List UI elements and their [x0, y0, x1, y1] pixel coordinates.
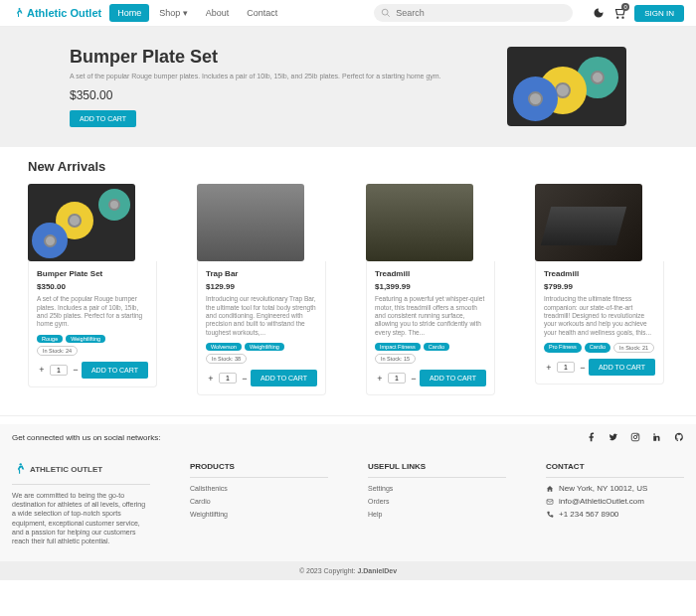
- footer-brand: ATHLETIC OUTLET: [12, 462, 150, 476]
- stock-badge: In Stock: 38: [206, 354, 247, 364]
- footer-link[interactable]: Orders: [368, 497, 506, 506]
- svg-point-0: [19, 8, 21, 10]
- product-image[interactable]: [28, 184, 135, 261]
- runner-icon: [12, 7, 24, 19]
- nav-contact[interactable]: Contact: [239, 4, 285, 22]
- qty-minus[interactable]: −: [409, 374, 419, 384]
- qty-input[interactable]: [219, 373, 237, 384]
- product-image[interactable]: [197, 184, 304, 261]
- linkedin-icon[interactable]: [652, 432, 662, 442]
- nav-home[interactable]: Home: [109, 4, 149, 22]
- hero-desc: A set of the popular Rouge bumper plates…: [70, 72, 477, 80]
- product-card: Treadmill $1,399.99 Featuring a powerful…: [366, 184, 495, 395]
- phone-icon: [546, 511, 554, 519]
- main-nav: Home Shop ▾ About Contact: [109, 4, 285, 22]
- search-wrap: [374, 4, 573, 22]
- stock-badge: In Stock: 15: [375, 354, 416, 364]
- search-icon: [381, 8, 391, 18]
- product-description: Introducing our revolutionary Trap Bar, …: [206, 295, 317, 337]
- qty-minus[interactable]: −: [71, 365, 81, 375]
- cart-button[interactable]: 0: [612, 6, 626, 20]
- add-to-cart-button[interactable]: ADD TO CART: [589, 359, 655, 376]
- tag: Pro Fitness: [544, 343, 582, 353]
- product-description: A set of the popular Rouge bumper plates…: [37, 295, 148, 329]
- mail-icon: [546, 498, 554, 506]
- hero-image: [507, 47, 626, 126]
- footer-products: PRODUCTS Calisthenics Cardio Weightlifti…: [190, 462, 328, 549]
- product-name: Treadmill: [544, 269, 655, 278]
- qty-input[interactable]: [388, 373, 406, 384]
- header: Athletic Outlet Home Shop ▾ About Contac…: [0, 0, 696, 27]
- quantity-stepper: + −: [37, 365, 81, 376]
- product-tags: Pro Fitness Cardio In Stock: 21: [544, 343, 655, 353]
- twitter-icon[interactable]: [609, 432, 618, 442]
- svg-point-9: [20, 463, 22, 465]
- product-image[interactable]: [535, 184, 642, 261]
- signin-button[interactable]: SIGN IN: [634, 5, 684, 22]
- brand-logo[interactable]: Athletic Outlet: [12, 7, 101, 19]
- qty-input[interactable]: [557, 362, 575, 373]
- new-arrivals-section: New Arrivals Bumper Plate Set $350.00 A …: [0, 147, 696, 407]
- product-price: $350.00: [37, 282, 148, 291]
- instagram-icon[interactable]: [630, 432, 640, 442]
- product-card: Trap Bar $129.99 Introducing our revolut…: [197, 184, 326, 395]
- chevron-down-icon: ▾: [183, 8, 188, 18]
- add-to-cart-button[interactable]: ADD TO CART: [251, 370, 317, 386]
- add-to-cart-button[interactable]: ADD TO CART: [420, 370, 486, 386]
- qty-plus[interactable]: +: [206, 374, 216, 384]
- divider: [0, 415, 696, 416]
- tag: Cardio: [424, 343, 449, 351]
- footer: ATHLETIC OUTLET We are committed to bein…: [0, 450, 696, 561]
- tag: Cardio: [585, 343, 610, 353]
- footer-about-text: We are committed to being the go-to dest…: [12, 491, 150, 545]
- github-icon[interactable]: [674, 432, 684, 442]
- footer-link[interactable]: Calisthenics: [190, 484, 328, 493]
- cart-badge: 0: [621, 3, 629, 11]
- brand-text: Athletic Outlet: [27, 7, 101, 19]
- search-input[interactable]: [374, 4, 573, 22]
- nav-about[interactable]: About: [198, 4, 238, 22]
- product-price: $799.99: [544, 282, 655, 291]
- product-price: $129.99: [206, 282, 317, 291]
- stock-badge: In Stock: 24: [37, 346, 78, 356]
- tag: Rouge: [37, 335, 63, 343]
- hero-title: Bumper Plate Set: [70, 47, 477, 68]
- dark-mode-toggle[interactable]: [593, 7, 605, 19]
- qty-plus[interactable]: +: [375, 374, 385, 384]
- add-to-cart-button[interactable]: ADD TO CART: [82, 362, 148, 379]
- product-tags: Wolverson Weightlifting In Stock: 38: [206, 343, 317, 364]
- copyright: © 2023 Copyright: J.DanielDev: [0, 561, 696, 580]
- footer-link[interactable]: Settings: [368, 484, 506, 493]
- tag: Weightlifting: [245, 343, 284, 351]
- qty-input[interactable]: [50, 365, 68, 376]
- quantity-stepper: + −: [544, 362, 588, 373]
- stock-badge: In Stock: 21: [613, 343, 654, 353]
- product-name: Trap Bar: [206, 269, 317, 278]
- product-card: Bumper Plate Set $350.00 A set of the po…: [28, 184, 157, 395]
- footer-link[interactable]: Cardio: [190, 497, 328, 506]
- hero-add-to-cart[interactable]: ADD TO CART: [70, 110, 136, 127]
- footer-link[interactable]: Help: [368, 510, 506, 519]
- svg-point-1: [382, 9, 388, 15]
- qty-plus[interactable]: +: [544, 363, 554, 373]
- footer-about: ATHLETIC OUTLET We are committed to bein…: [12, 462, 150, 549]
- hero-price: $350.00: [70, 88, 477, 102]
- product-tags: Impact Fitness Cardio In Stock: 15: [375, 343, 486, 364]
- qty-minus[interactable]: −: [578, 363, 588, 373]
- nav-shop[interactable]: Shop ▾: [151, 4, 196, 22]
- tag: Weightlifting: [66, 335, 105, 343]
- quantity-stepper: + −: [375, 373, 419, 384]
- qty-plus[interactable]: +: [37, 365, 47, 375]
- quantity-stepper: + −: [206, 373, 250, 384]
- footer-link[interactable]: Weightlifting: [190, 510, 328, 519]
- tag: Wolverson: [206, 343, 242, 351]
- qty-minus[interactable]: −: [240, 374, 250, 384]
- social-bar: Get connected with us on social networks…: [0, 424, 696, 450]
- product-grid: Bumper Plate Set $350.00 A set of the po…: [28, 184, 668, 395]
- product-tags: Rouge Weightlifting In Stock: 24: [37, 335, 148, 356]
- facebook-icon[interactable]: [587, 432, 597, 442]
- runner-icon: [12, 462, 26, 476]
- product-description: Featuring a powerful yet whisper-quiet m…: [375, 295, 486, 337]
- svg-point-3: [622, 17, 623, 18]
- product-image[interactable]: [366, 184, 473, 261]
